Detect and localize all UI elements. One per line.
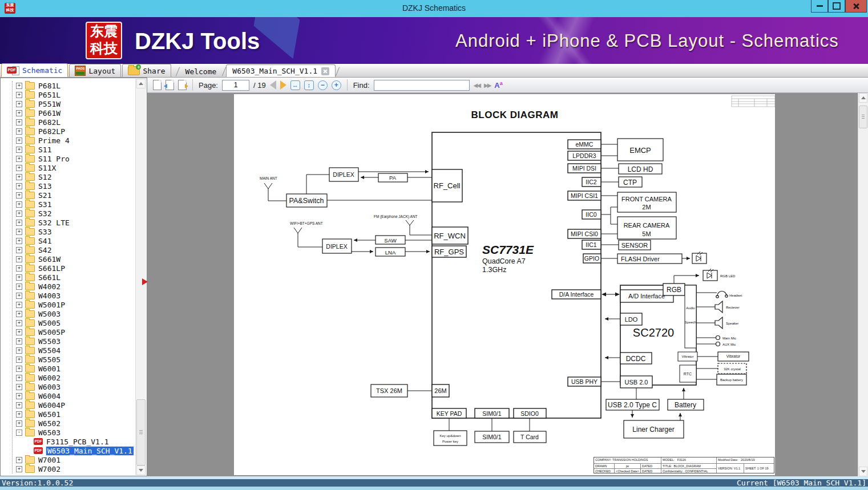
tree-toggle-icon[interactable] xyxy=(16,220,22,226)
tree-item-label[interactable]: S33 xyxy=(38,228,51,236)
tree-item[interactable]: PDF S32 xyxy=(1,209,135,218)
fit-page-button[interactable] xyxy=(304,80,314,90)
tree-toggle-icon[interactable] xyxy=(16,384,22,390)
fit-width-button[interactable] xyxy=(290,80,300,90)
tree-item-label[interactable]: S13 xyxy=(38,182,51,191)
tree-item[interactable]: PDF W5001P xyxy=(1,300,135,309)
tree-item-label[interactable]: P651L xyxy=(38,91,60,99)
tree-item-label[interactable]: W5005 xyxy=(38,319,60,327)
tree-toggle-icon[interactable] xyxy=(16,411,22,418)
minimize-button[interactable] xyxy=(811,0,828,13)
tree-toggle-icon[interactable] xyxy=(16,147,22,153)
tab-share[interactable]: + Share xyxy=(122,64,171,77)
tree-item[interactable]: PDF W5005 xyxy=(1,318,135,327)
tree-item[interactable]: PDF S42 xyxy=(1,245,135,254)
viewer-scrollbar[interactable] xyxy=(858,93,868,476)
tree-item-label[interactable]: W6501 xyxy=(38,410,60,419)
next-page-icon[interactable] xyxy=(280,80,286,90)
tab-layout[interactable]: PADS Layout xyxy=(69,64,121,77)
tree-item[interactable]: PDF S31 xyxy=(1,200,135,209)
tree-item[interactable]: PDF W6502 xyxy=(1,419,135,428)
tree-toggle-icon[interactable] xyxy=(16,165,22,171)
tree-toggle-icon[interactable] xyxy=(16,430,22,436)
tree-item-label[interactable]: W4003 xyxy=(38,291,60,300)
tree-toggle-icon[interactable] xyxy=(16,420,22,427)
tree-toggle-icon[interactable] xyxy=(16,119,22,125)
tree-item-label[interactable]: W5003 xyxy=(38,310,60,318)
tree-toggle-icon[interactable] xyxy=(16,192,22,199)
tree-toggle-icon[interactable] xyxy=(16,457,22,463)
tree-item[interactable]: PDF S33 xyxy=(1,227,135,236)
tree-scrollbar[interactable] xyxy=(135,79,146,475)
tree-item[interactable]: PDF S32 LTE xyxy=(1,218,135,227)
tree-item[interactable]: PDF S661LP xyxy=(1,264,135,273)
tree-toggle-icon[interactable] xyxy=(16,92,22,98)
find-previous-icon[interactable] xyxy=(474,82,480,88)
page-forward-icon[interactable] xyxy=(178,80,187,90)
tree-item-label[interactable]: W6503 xyxy=(38,428,60,437)
tab-document[interactable]: W6503_Main_SCH_V1.1 xyxy=(226,64,336,77)
tab-close-icon[interactable] xyxy=(321,67,329,75)
tree-item-label[interactable]: W6001 xyxy=(38,365,60,373)
tree-item-label[interactable]: P681L xyxy=(38,82,60,90)
scroll-up-icon[interactable] xyxy=(136,79,146,88)
tree-item[interactable]: PDF W6003 xyxy=(1,382,135,391)
tree-toggle-icon[interactable] xyxy=(16,247,22,253)
tree-toggle-icon[interactable] xyxy=(16,274,22,281)
tree-item[interactable]: PDF S41 xyxy=(1,236,135,245)
tree-toggle-icon[interactable] xyxy=(16,320,22,326)
match-case-icon[interactable]: Aa xyxy=(494,80,502,90)
tree-item[interactable]: PDF W6004P xyxy=(1,400,135,410)
page-back-icon[interactable] xyxy=(165,80,174,90)
tree-toggle-icon[interactable] xyxy=(16,256,22,262)
single-page-icon[interactable] xyxy=(153,80,162,90)
tree-item-label[interactable]: S11 Pro xyxy=(38,155,70,163)
tree-item[interactable]: PDF W7002 xyxy=(1,464,135,473)
tree-item[interactable]: PDF W7001 xyxy=(1,455,135,464)
tree-item-label[interactable]: W6004 xyxy=(38,392,60,400)
tree-item[interactable]: PDF S11 xyxy=(1,145,135,154)
tree-item-label[interactable]: W5001P xyxy=(38,301,65,309)
tree-toggle-icon[interactable] xyxy=(16,128,22,135)
tree-item[interactable]: PDF P651L xyxy=(1,90,135,99)
tree-toggle-icon[interactable] xyxy=(16,338,22,345)
tree-toggle-icon[interactable] xyxy=(16,238,22,244)
tree-toggle-icon[interactable] xyxy=(16,402,22,408)
tree-item-label[interactable]: P661W xyxy=(38,109,60,118)
tree-toggle-icon[interactable] xyxy=(16,329,22,335)
tree-toggle-icon[interactable] xyxy=(16,137,22,144)
tree-toggle-icon[interactable] xyxy=(16,293,22,299)
tree-item[interactable]: PDF W6501 xyxy=(1,410,135,419)
tree-item[interactable]: PDF W6004 xyxy=(1,391,135,400)
title-bar[interactable]: 东震 科技 DZKJ Schematics xyxy=(0,0,868,17)
close-button[interactable] xyxy=(845,0,867,13)
find-next-icon[interactable] xyxy=(484,82,490,88)
zoom-out-button[interactable] xyxy=(318,80,328,90)
tree-item[interactable]: PDF P661W xyxy=(1,108,135,118)
tree-item[interactable]: PDF S12 xyxy=(1,172,135,181)
tree-item[interactable]: PDF S661L xyxy=(1,273,135,282)
tree-toggle-icon[interactable] xyxy=(16,110,22,116)
tree-item[interactable]: PDF W4003 xyxy=(1,291,135,300)
tree-item-label[interactable]: Prime 4 xyxy=(38,136,70,145)
tree-item-label[interactable]: P551W xyxy=(38,100,60,108)
tree-item[interactable]: PDF W5503 xyxy=(1,337,135,346)
tree-toggle-icon[interactable] xyxy=(16,466,22,472)
tab-welcome[interactable]: Welcome xyxy=(180,66,223,77)
tree-toggle-icon[interactable] xyxy=(16,83,22,89)
scroll-down-icon[interactable] xyxy=(859,467,867,476)
tree-item[interactable]: PDF W6503_Main_SCH_V1.1 xyxy=(1,446,135,455)
tree-item[interactable]: PDF W5005P xyxy=(1,327,135,337)
tree-item-label[interactable]: W5503 xyxy=(38,337,60,346)
tree-item[interactable]: PDF S13 xyxy=(1,181,135,191)
tree-toggle-icon[interactable] xyxy=(16,366,22,372)
tree-item-label[interactable]: S11X xyxy=(38,164,56,172)
viewer-scrollbar-thumb[interactable] xyxy=(859,106,867,128)
tree-item-label[interactable]: S42 xyxy=(38,246,51,254)
tree-item-label[interactable]: W7002 xyxy=(38,465,60,473)
tree-toggle-icon[interactable] xyxy=(16,156,22,162)
tree-item[interactable]: PDF W6001 xyxy=(1,364,135,373)
tree-item[interactable]: PDF W6503 xyxy=(1,428,135,437)
tree-item-label[interactable]: W7001 xyxy=(38,456,60,464)
tree-item-label[interactable]: P682LP xyxy=(38,127,65,136)
